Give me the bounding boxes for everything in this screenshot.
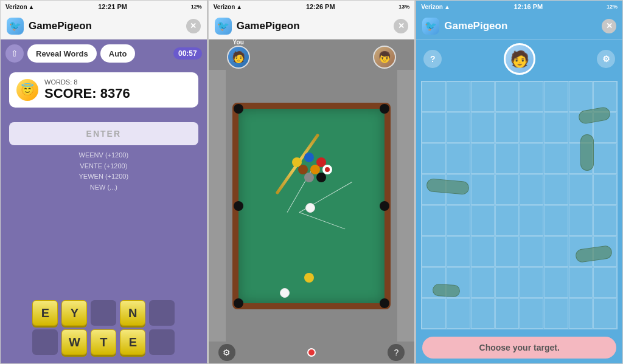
bs-cell-45[interactable] <box>544 236 568 267</box>
bs-cell-12[interactable] <box>520 112 543 143</box>
bs-cell-10[interactable] <box>471 112 495 143</box>
bs-cell-60[interactable] <box>520 298 543 329</box>
bs-cell-36[interactable] <box>520 205 543 236</box>
bs-cell-59[interactable] <box>495 298 519 329</box>
bs-cell-9[interactable] <box>447 112 470 143</box>
close-button-1[interactable]: ✕ <box>186 19 201 33</box>
word-item-1: WEENV (+1200) <box>1 150 207 161</box>
bs-cell-58[interactable] <box>471 298 495 329</box>
status-bar-1: Verizon ▲ 12:21 PM 12% <box>1 1 207 13</box>
tile-W[interactable]: W <box>61 329 87 355</box>
close-button-2[interactable]: ✕ <box>394 19 408 33</box>
bs-cell-40[interactable] <box>422 236 445 267</box>
ball-7 <box>304 173 314 182</box>
bs-cell-50[interactable] <box>471 267 495 298</box>
bs-cell-16[interactable] <box>422 143 445 174</box>
tile-row-2: W T E <box>5 329 202 355</box>
bs-cell-43[interactable] <box>495 236 519 267</box>
bs-cell-51[interactable] <box>495 267 519 298</box>
timer-badge: 00:57 <box>173 47 202 60</box>
app-header-1: 🐦 GamePigeon ✕ <box>1 13 207 39</box>
app-logo-1: 🐦 <box>7 18 24 35</box>
time-2: 12:26 PM <box>306 3 335 10</box>
tile-Y[interactable]: Y <box>61 300 87 326</box>
pool-panel: Verizon ▲ 12:26 PM 13% 🐦 GamePigeon ✕ Yo… <box>208 0 416 364</box>
tile-N[interactable]: N <box>120 300 145 326</box>
bs-cell-28[interactable] <box>520 174 543 205</box>
ball-6 <box>322 165 332 174</box>
bs-cell-6[interactable] <box>569 81 593 112</box>
bs-cell-41[interactable] <box>447 236 470 267</box>
ball-white <box>305 203 315 213</box>
bs-cell-55[interactable] <box>593 267 617 298</box>
bs-cell-3[interactable] <box>495 81 519 112</box>
enter-button[interactable]: ENTER <box>9 122 198 145</box>
pool-question-button[interactable]: ? <box>388 344 405 361</box>
time-1: 12:21 PM <box>98 3 127 10</box>
app-header-2: 🐦 GamePigeon ✕ <box>209 13 415 39</box>
bs-cell-35[interactable] <box>495 205 519 236</box>
reveal-words-button[interactable]: Reveal Words <box>27 44 97 63</box>
bs-cell-44[interactable] <box>520 236 543 267</box>
pool-gear-button[interactable]: ⚙ <box>218 344 235 361</box>
bs-cell-56[interactable] <box>422 298 445 329</box>
player-left-avatar: 🧑 <box>227 46 250 69</box>
bs-cell-2[interactable] <box>471 81 495 112</box>
bs-cell-23[interactable] <box>593 143 617 174</box>
bs-cell-11[interactable] <box>495 112 519 143</box>
bs-bottom: Choose your target. <box>416 332 622 363</box>
bs-cell-30[interactable] <box>569 174 593 205</box>
bs-cell-54[interactable] <box>569 267 593 298</box>
auto-button[interactable]: Auto <box>100 44 136 63</box>
guide-line-2 <box>299 212 346 229</box>
choose-target-button[interactable]: Choose your target. <box>422 337 616 359</box>
tile-T[interactable]: T <box>91 329 116 355</box>
tile-row-1: E Y N <box>5 300 202 326</box>
bs-cell-38[interactable] <box>569 205 593 236</box>
score-value: SCORE: 8376 <box>44 86 130 101</box>
bs-cell-0[interactable] <box>422 81 445 112</box>
bs-cell-31[interactable] <box>593 174 617 205</box>
tile-empty-3 <box>32 329 58 355</box>
bs-cell-19[interactable] <box>495 143 519 174</box>
bs-cell-20[interactable] <box>520 143 543 174</box>
words-count: WORDS: 8 <box>44 78 130 86</box>
bs-cell-42[interactable] <box>471 236 495 267</box>
red-dot-indicator <box>307 348 316 357</box>
bs-cell-52[interactable] <box>520 267 543 298</box>
tile-E[interactable]: E <box>32 300 58 326</box>
bs-cell-62[interactable] <box>569 298 593 329</box>
bs-gear-button[interactable]: ⚙ <box>597 50 615 68</box>
bs-cell-26[interactable] <box>471 174 495 205</box>
bs-cell-18[interactable] <box>471 143 495 174</box>
bs-cell-37[interactable] <box>544 205 568 236</box>
ball-2 <box>304 153 314 162</box>
bs-cell-34[interactable] <box>471 205 495 236</box>
bs-cell-27[interactable] <box>495 174 519 205</box>
close-button-3[interactable]: ✕ <box>602 19 616 33</box>
bs-cell-33[interactable] <box>447 205 470 236</box>
bs-cell-63[interactable] <box>593 298 617 329</box>
bs-cell-13[interactable] <box>544 112 568 143</box>
bs-cell-39[interactable] <box>593 205 617 236</box>
toolbar-1: ⇧ Reveal Words Auto 00:57 <box>1 39 207 67</box>
pool-table[interactable] <box>232 103 391 309</box>
app-logo-3: 🐦 <box>422 18 439 35</box>
tile-E2[interactable]: E <box>120 329 145 355</box>
bs-cell-17[interactable] <box>447 143 470 174</box>
share-button[interactable]: ⇧ <box>5 44 24 63</box>
bs-cell-21[interactable] <box>544 143 568 174</box>
enter-btn-container: ENTER <box>9 122 198 145</box>
bs-cell-32[interactable] <box>422 205 445 236</box>
bs-cell-5[interactable] <box>544 81 568 112</box>
bs-cell-1[interactable] <box>447 81 470 112</box>
bs-cell-53[interactable] <box>544 267 568 298</box>
bs-cell-4[interactable] <box>520 81 543 112</box>
bs-cell-57[interactable] <box>447 298 470 329</box>
bs-question-button[interactable]: ? <box>423 50 442 68</box>
bs-cell-8[interactable] <box>422 112 445 143</box>
status-bar-3: Verizon ▲ 12:16 PM 12% <box>416 1 622 13</box>
bs-cell-61[interactable] <box>544 298 568 329</box>
bs-cell-29[interactable] <box>544 174 568 205</box>
time-3: 12:16 PM <box>514 3 543 10</box>
